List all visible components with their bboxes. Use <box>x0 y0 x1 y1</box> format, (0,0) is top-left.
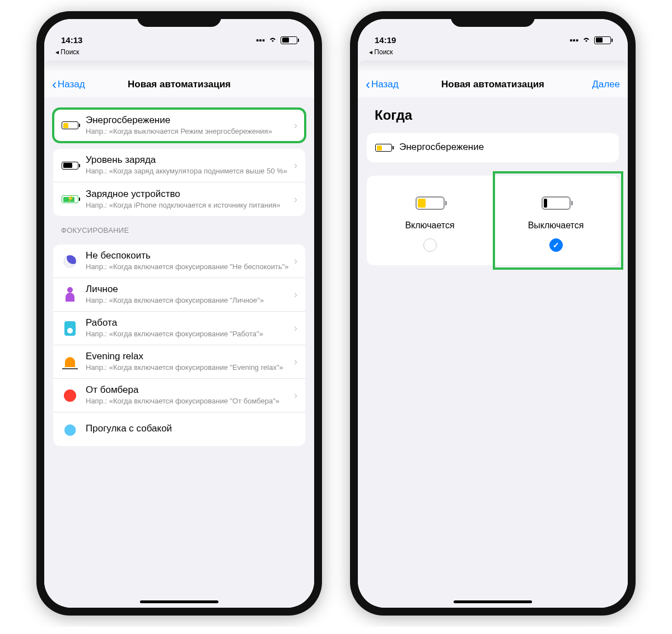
back-label: Назад <box>58 79 85 90</box>
breadcrumb[interactable]: ◂ Поиск <box>358 47 628 58</box>
cellular-icon: ▪▪▪ <box>570 35 578 45</box>
choice-on-label: Включается <box>405 220 454 231</box>
cellular-icon: ▪▪▪ <box>256 35 265 45</box>
breadcrumb[interactable]: ◂ Поиск <box>44 47 314 58</box>
sheet-handle <box>358 60 628 72</box>
chevron-right-icon: › <box>294 389 297 401</box>
phone-right: 14:19 ▪▪▪ ◂ Поиск ‹ Назад Новая автомати… <box>350 11 636 616</box>
row-title: От бомбера <box>86 384 294 396</box>
row-energy-summary: Энергосбережение <box>367 133 619 162</box>
row-work[interactable]: Работа Напр.: «Когда включается фокусиро… <box>53 312 305 345</box>
home-indicator[interactable] <box>454 600 532 603</box>
moon-icon <box>61 252 79 270</box>
nav-bar-right: ‹ Назад Новая автоматизация Далее <box>358 72 628 97</box>
content-right[interactable]: Когда Энергосбережение Включается <box>358 97 628 608</box>
row-subtitle: Напр.: «Когда iPhone подключается к исто… <box>86 201 294 210</box>
choice-off[interactable]: Выключается <box>493 194 619 252</box>
battery-off-icon <box>542 194 571 213</box>
chevron-right-icon: › <box>294 159 297 171</box>
back-button[interactable]: ‹ Назад <box>366 77 399 92</box>
low-power-icon <box>61 116 79 134</box>
row-evening[interactable]: Evening relax Напр.: «Когда включается ф… <box>53 345 305 379</box>
notch <box>451 11 535 27</box>
chevron-right-icon: › <box>294 255 297 267</box>
chevron-right-icon: › <box>294 194 297 205</box>
battery-on-icon <box>416 194 445 213</box>
wifi-icon <box>268 35 277 45</box>
home-indicator[interactable] <box>140 600 218 603</box>
row-subtitle: Напр.: «Когда включается фокусирование "… <box>86 330 294 339</box>
row-subtitle: Напр.: «Когда включается фокусирование "… <box>86 363 294 373</box>
battery-level-icon <box>61 157 79 175</box>
row-title: Энергосбережение <box>399 142 611 153</box>
chevron-left-icon: ‹ <box>366 77 370 92</box>
group-battery: Уровень заряда Напр.: «Когда заряд аккум… <box>53 149 305 216</box>
status-time: 14:13 <box>61 35 82 45</box>
nav-bar-left: ‹ Назад Новая автоматизация <box>44 72 314 97</box>
row-title: Уровень заряда <box>86 154 294 166</box>
next-button[interactable]: Далее <box>592 79 620 90</box>
phone-left: 14:13 ▪▪▪ ◂ Поиск ‹ Назад Новая автомати… <box>36 11 322 616</box>
row-dnd[interactable]: Не беспокоить Напр.: «Когда включается ф… <box>53 245 305 278</box>
row-title: Evening relax <box>86 351 294 362</box>
row-title: Работа <box>86 317 294 328</box>
status-right: ▪▪▪ <box>570 35 611 45</box>
radio-off[interactable] <box>423 238 437 252</box>
row-subtitle: Напр.: «Когда заряд аккумулятора подниме… <box>86 167 294 176</box>
row-battery-level[interactable]: Уровень заряда Напр.: «Когда заряд аккум… <box>53 149 305 182</box>
radio-on[interactable] <box>549 238 563 252</box>
row-title: Зарядное устройство <box>86 189 294 200</box>
row-energy[interactable]: Энергосбережение Напр.: «Когда выключает… <box>53 109 305 142</box>
row-title: Прогулка с собакой <box>86 423 297 434</box>
page-title: Новая автоматизация <box>441 79 544 90</box>
choice-on[interactable]: Включается <box>367 194 493 252</box>
battery-icon <box>281 36 297 44</box>
status-right: ▪▪▪ <box>256 35 297 45</box>
chevron-right-icon: › <box>294 322 297 334</box>
chevron-left-icon: ‹ <box>52 77 57 92</box>
row-walk[interactable]: ⬤ Прогулка с собакой <box>53 412 305 446</box>
page-title: Новая автоматизация <box>128 79 231 90</box>
content-left[interactable]: Энергосбережение Напр.: «Когда выключает… <box>44 97 314 608</box>
row-charger[interactable]: ⚡ Зарядное устройство Напр.: «Когда iPho… <box>53 182 305 216</box>
charger-icon: ⚡ <box>61 190 79 208</box>
row-title: Энергосбережение <box>86 115 294 126</box>
wifi-icon <box>582 35 591 45</box>
battery-icon <box>594 36 611 44</box>
back-button[interactable]: ‹ Назад <box>52 77 85 92</box>
chevron-right-icon: › <box>294 120 297 132</box>
choice-off-label: Выключается <box>528 220 584 231</box>
badge-icon <box>61 320 79 337</box>
group-focus: Не беспокоить Напр.: «Когда включается ф… <box>53 245 305 446</box>
sunset-icon <box>61 353 79 371</box>
sheet-handle <box>44 60 314 72</box>
screen-left: 14:13 ▪▪▪ ◂ Поиск ‹ Назад Новая автомати… <box>44 19 314 608</box>
screen-right: 14:19 ▪▪▪ ◂ Поиск ‹ Назад Новая автомати… <box>358 19 628 608</box>
person-icon <box>61 286 79 304</box>
row-subtitle: Напр.: «Когда выключается Режим энергосб… <box>86 127 294 137</box>
low-power-icon <box>375 139 393 157</box>
row-title: Личное <box>86 284 294 295</box>
back-label: Назад <box>371 79 399 90</box>
paw-icon: ⬤ <box>61 420 79 438</box>
row-bomber[interactable]: От бомбера Напр.: «Когда включается фоку… <box>53 379 305 412</box>
choice-panel: Включается Выключается <box>367 176 619 265</box>
chevron-right-icon: › <box>294 289 297 300</box>
chevron-right-icon: › <box>294 356 297 368</box>
row-personal[interactable]: Личное Напр.: «Когда включается фокусиро… <box>53 278 305 312</box>
row-subtitle: Напр.: «Когда включается фокусирование "… <box>86 262 294 272</box>
row-subtitle: Напр.: «Когда включается фокусирование "… <box>86 296 294 306</box>
red-dot-icon <box>61 387 79 405</box>
status-time: 14:19 <box>375 35 396 45</box>
row-subtitle: Напр.: «Когда включается фокусирование "… <box>86 397 294 406</box>
section-header-focus: ФОКУСИРОВАНИЕ <box>44 216 314 238</box>
row-title: Не беспокоить <box>86 250 294 261</box>
when-heading: Когда <box>358 97 628 126</box>
notch <box>137 11 221 27</box>
